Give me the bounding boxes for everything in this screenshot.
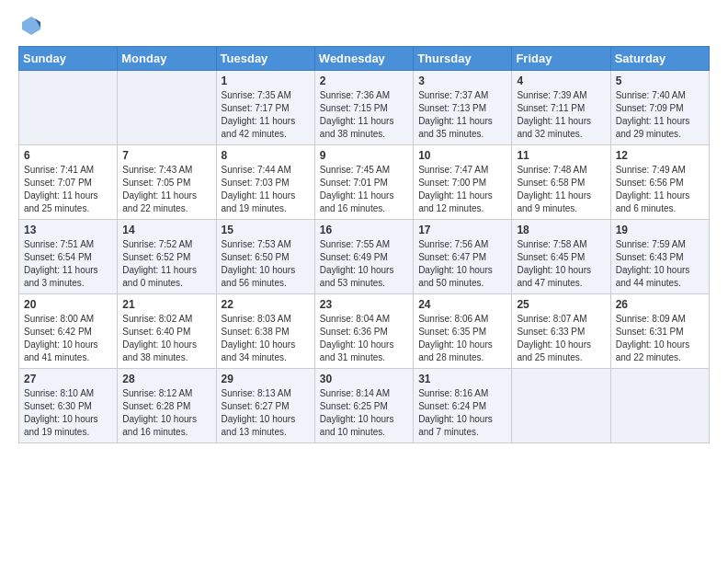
calendar-day-cell: 7Sunrise: 7:43 AM Sunset: 7:05 PM Daylig… xyxy=(118,145,216,220)
day-number: 17 xyxy=(418,224,506,236)
day-info: Sunrise: 8:16 AM Sunset: 6:24 PM Dayligh… xyxy=(418,387,506,439)
calendar-day-cell: 29Sunrise: 8:13 AM Sunset: 6:27 PM Dayli… xyxy=(216,369,314,443)
day-info: Sunrise: 7:47 AM Sunset: 7:00 PM Dayligh… xyxy=(418,164,506,215)
calendar-header-sunday: Sunday xyxy=(19,47,118,71)
day-number: 7 xyxy=(122,149,210,162)
day-info: Sunrise: 7:56 AM Sunset: 6:47 PM Dayligh… xyxy=(418,238,506,290)
day-info: Sunrise: 7:44 AM Sunset: 7:03 PM Dayligh… xyxy=(222,164,310,215)
day-number: 10 xyxy=(418,149,506,162)
day-number: 28 xyxy=(122,373,210,385)
calendar-day-cell xyxy=(118,71,216,145)
day-info: Sunrise: 8:10 AM Sunset: 6:30 PM Dayligh… xyxy=(24,387,112,439)
calendar-day-cell: 30Sunrise: 8:14 AM Sunset: 6:25 PM Dayli… xyxy=(314,369,413,443)
day-info: Sunrise: 8:09 AM Sunset: 6:31 PM Dayligh… xyxy=(616,313,704,364)
day-info: Sunrise: 7:51 AM Sunset: 6:54 PM Dayligh… xyxy=(24,238,112,290)
day-number: 5 xyxy=(616,75,704,87)
day-number: 30 xyxy=(320,373,408,385)
day-info: Sunrise: 8:02 AM Sunset: 6:40 PM Dayligh… xyxy=(122,313,210,364)
calendar-day-cell: 31Sunrise: 8:16 AM Sunset: 6:24 PM Dayli… xyxy=(414,369,512,443)
day-number: 20 xyxy=(24,298,112,311)
day-number: 24 xyxy=(418,298,506,311)
day-info: Sunrise: 7:45 AM Sunset: 7:01 PM Dayligh… xyxy=(320,164,408,215)
day-info: Sunrise: 8:06 AM Sunset: 6:35 PM Dayligh… xyxy=(418,313,506,364)
day-info: Sunrise: 7:55 AM Sunset: 6:49 PM Dayligh… xyxy=(320,238,408,290)
logo-flag-icon xyxy=(20,15,42,37)
header xyxy=(18,15,710,37)
day-info: Sunrise: 7:43 AM Sunset: 7:05 PM Dayligh… xyxy=(122,164,210,215)
day-info: Sunrise: 8:14 AM Sunset: 6:25 PM Dayligh… xyxy=(320,387,408,439)
day-info: Sunrise: 7:53 AM Sunset: 6:50 PM Dayligh… xyxy=(222,238,310,290)
day-info: Sunrise: 7:58 AM Sunset: 6:45 PM Dayligh… xyxy=(517,238,605,290)
day-number: 4 xyxy=(517,75,605,87)
calendar-header-saturday: Saturday xyxy=(610,47,709,71)
calendar-header-friday: Friday xyxy=(512,47,610,71)
day-number: 23 xyxy=(320,298,408,311)
day-number: 12 xyxy=(616,149,704,162)
calendar-header-row: SundayMondayTuesdayWednesdayThursdayFrid… xyxy=(19,47,710,71)
calendar-day-cell: 8Sunrise: 7:44 AM Sunset: 7:03 PM Daylig… xyxy=(216,145,314,220)
day-number: 25 xyxy=(517,298,605,311)
day-number: 3 xyxy=(418,75,506,87)
day-info: Sunrise: 7:52 AM Sunset: 6:52 PM Dayligh… xyxy=(122,238,210,290)
calendar-day-cell: 17Sunrise: 7:56 AM Sunset: 6:47 PM Dayli… xyxy=(414,220,512,294)
calendar-day-cell: 23Sunrise: 8:04 AM Sunset: 6:36 PM Dayli… xyxy=(314,294,413,369)
day-number: 15 xyxy=(222,224,310,236)
calendar-day-cell xyxy=(512,369,610,443)
day-number: 8 xyxy=(222,149,310,162)
calendar-week-row: 27Sunrise: 8:10 AM Sunset: 6:30 PM Dayli… xyxy=(19,369,710,443)
day-info: Sunrise: 8:12 AM Sunset: 6:28 PM Dayligh… xyxy=(122,387,210,439)
calendar-day-cell: 12Sunrise: 7:49 AM Sunset: 6:56 PM Dayli… xyxy=(610,145,709,220)
calendar-day-cell: 14Sunrise: 7:52 AM Sunset: 6:52 PM Dayli… xyxy=(118,220,216,294)
calendar-day-cell xyxy=(19,71,118,145)
day-info: Sunrise: 7:49 AM Sunset: 6:56 PM Dayligh… xyxy=(616,164,704,215)
calendar-day-cell: 4Sunrise: 7:39 AM Sunset: 7:11 PM Daylig… xyxy=(512,71,610,145)
day-number: 6 xyxy=(24,149,112,162)
calendar-day-cell: 28Sunrise: 8:12 AM Sunset: 6:28 PM Dayli… xyxy=(118,369,216,443)
calendar-day-cell: 22Sunrise: 8:03 AM Sunset: 6:38 PM Dayli… xyxy=(216,294,314,369)
calendar-week-row: 20Sunrise: 8:00 AM Sunset: 6:42 PM Dayli… xyxy=(19,294,710,369)
calendar-day-cell: 3Sunrise: 7:37 AM Sunset: 7:13 PM Daylig… xyxy=(414,71,512,145)
day-number: 27 xyxy=(24,373,112,385)
day-number: 18 xyxy=(517,224,605,236)
calendar-week-row: 6Sunrise: 7:41 AM Sunset: 7:07 PM Daylig… xyxy=(19,145,710,220)
calendar-day-cell: 24Sunrise: 8:06 AM Sunset: 6:35 PM Dayli… xyxy=(414,294,512,369)
calendar-header-thursday: Thursday xyxy=(414,47,512,71)
calendar-day-cell: 2Sunrise: 7:36 AM Sunset: 7:15 PM Daylig… xyxy=(314,71,413,145)
calendar-header-wednesday: Wednesday xyxy=(314,47,413,71)
day-info: Sunrise: 8:04 AM Sunset: 6:36 PM Dayligh… xyxy=(320,313,408,364)
calendar-day-cell: 16Sunrise: 7:55 AM Sunset: 6:49 PM Dayli… xyxy=(314,220,413,294)
day-number: 26 xyxy=(616,298,704,311)
day-number: 22 xyxy=(222,298,310,311)
calendar-day-cell: 5Sunrise: 7:40 AM Sunset: 7:09 PM Daylig… xyxy=(610,71,709,145)
day-number: 21 xyxy=(122,298,210,311)
calendar-table: SundayMondayTuesdayWednesdayThursdayFrid… xyxy=(18,46,710,443)
calendar-day-cell: 11Sunrise: 7:48 AM Sunset: 6:58 PM Dayli… xyxy=(512,145,610,220)
day-number: 9 xyxy=(320,149,408,162)
day-info: Sunrise: 7:40 AM Sunset: 7:09 PM Dayligh… xyxy=(616,89,704,141)
calendar-day-cell: 9Sunrise: 7:45 AM Sunset: 7:01 PM Daylig… xyxy=(314,145,413,220)
day-number: 16 xyxy=(320,224,408,236)
calendar-day-cell: 6Sunrise: 7:41 AM Sunset: 7:07 PM Daylig… xyxy=(19,145,118,220)
calendar-day-cell: 13Sunrise: 7:51 AM Sunset: 6:54 PM Dayli… xyxy=(19,220,118,294)
day-info: Sunrise: 8:00 AM Sunset: 6:42 PM Dayligh… xyxy=(24,313,112,364)
day-info: Sunrise: 7:48 AM Sunset: 6:58 PM Dayligh… xyxy=(517,164,605,215)
calendar-day-cell: 26Sunrise: 8:09 AM Sunset: 6:31 PM Dayli… xyxy=(610,294,709,369)
day-number: 14 xyxy=(122,224,210,236)
day-number: 2 xyxy=(320,75,408,87)
calendar-day-cell: 18Sunrise: 7:58 AM Sunset: 6:45 PM Dayli… xyxy=(512,220,610,294)
calendar-week-row: 1Sunrise: 7:35 AM Sunset: 7:17 PM Daylig… xyxy=(19,71,710,145)
calendar-day-cell: 15Sunrise: 7:53 AM Sunset: 6:50 PM Dayli… xyxy=(216,220,314,294)
day-info: Sunrise: 8:03 AM Sunset: 6:38 PM Dayligh… xyxy=(222,313,310,364)
calendar-day-cell xyxy=(610,369,709,443)
calendar-day-cell: 21Sunrise: 8:02 AM Sunset: 6:40 PM Dayli… xyxy=(118,294,216,369)
day-number: 13 xyxy=(24,224,112,236)
svg-marker-0 xyxy=(22,17,40,35)
calendar-day-cell: 19Sunrise: 7:59 AM Sunset: 6:43 PM Dayli… xyxy=(610,220,709,294)
calendar-day-cell: 27Sunrise: 8:10 AM Sunset: 6:30 PM Dayli… xyxy=(19,369,118,443)
calendar-day-cell: 20Sunrise: 8:00 AM Sunset: 6:42 PM Dayli… xyxy=(19,294,118,369)
calendar-day-cell: 25Sunrise: 8:07 AM Sunset: 6:33 PM Dayli… xyxy=(512,294,610,369)
day-info: Sunrise: 7:36 AM Sunset: 7:15 PM Dayligh… xyxy=(320,89,408,141)
day-number: 31 xyxy=(418,373,506,385)
day-info: Sunrise: 7:37 AM Sunset: 7:13 PM Dayligh… xyxy=(418,89,506,141)
day-info: Sunrise: 8:13 AM Sunset: 6:27 PM Dayligh… xyxy=(222,387,310,439)
